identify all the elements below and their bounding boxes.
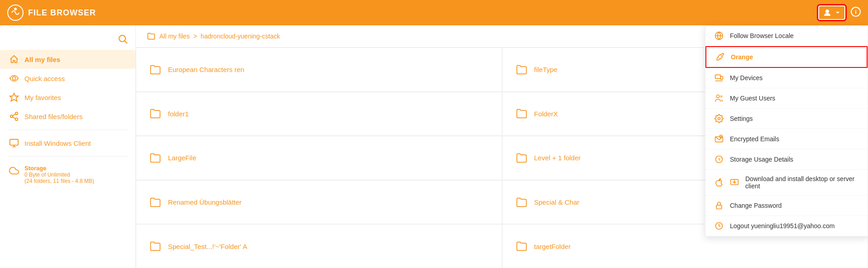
info-button[interactable]: i: [851, 7, 861, 19]
sidebar-label-quick-access: Quick access: [24, 75, 65, 82]
dropdown-item-storage-usage[interactable]: Storage Usage Details: [705, 149, 868, 170]
sidebar-item-install-windows[interactable]: Install Windows Client: [0, 134, 135, 153]
folder-icon: [515, 240, 528, 253]
dropdown-item-follow-browser-locale[interactable]: Follow Browser Locale: [705, 26, 868, 46]
dropdown-item-logout[interactable]: Logout yueningliu19951@yahoo.com: [705, 216, 868, 236]
file-name-9: targetFolder: [534, 243, 571, 250]
file-name-7: Special & Char: [534, 198, 580, 206]
dropdown-item-my-devices[interactable]: My Devices: [705, 68, 868, 88]
dropdown-label-change-password: Change Password: [730, 202, 782, 209]
svg-line-13: [13, 114, 15, 116]
dropdown-item-encrypted-emails[interactable]: Encrypted Emails: [705, 129, 868, 149]
lock-icon: [715, 201, 724, 210]
breadcrumb-separator: >: [193, 33, 197, 40]
file-item-4[interactable]: LargeFile: [136, 136, 502, 180]
apple-icon: [715, 178, 724, 187]
folder-icon: [149, 107, 162, 120]
sidebar-divider: [7, 129, 128, 130]
sidebar-item-all-my-files[interactable]: All my files: [0, 50, 135, 69]
svg-point-10: [10, 115, 13, 118]
dropdown-label-encrypted-emails: Encrypted Emails: [730, 135, 779, 143]
dropdown-label-settings: Settings: [730, 115, 753, 122]
search-icon[interactable]: [118, 34, 128, 44]
svg-point-23: [720, 96, 722, 97]
sidebar-item-quick-access[interactable]: Quick access: [0, 69, 135, 88]
file-name-1: fileType: [534, 66, 558, 73]
settings-icon: [715, 114, 724, 123]
folder-icon: [515, 196, 528, 209]
svg-point-7: [12, 77, 15, 80]
dropdown-label-orange: Orange: [731, 53, 753, 61]
sidebar-divider-2: [7, 156, 128, 157]
storage-details: 0 Byte of Unlimited (24 folders, 11 file…: [24, 172, 94, 184]
storage-icon: [715, 155, 724, 164]
file-item-0[interactable]: European Characters ren: [136, 48, 502, 92]
file-name-3: FolderX: [534, 110, 558, 118]
sidebar-item-shared-files[interactable]: Shared files/folders: [0, 107, 135, 126]
svg-text:i: i: [855, 9, 857, 15]
guest-users-icon: [715, 94, 724, 103]
chevron-down-icon: [834, 10, 841, 16]
dropdown-item-settings[interactable]: Settings: [705, 109, 868, 129]
svg-rect-20: [720, 77, 723, 80]
dropdown-item-orange[interactable]: Orange: [705, 46, 868, 68]
breadcrumb-folder-icon: [147, 32, 156, 41]
sidebar-label-install-windows: Install Windows Client: [24, 139, 91, 147]
sidebar-label-all-my-files: All my files: [24, 56, 60, 63]
svg-rect-19: [715, 75, 721, 78]
sidebar-label-my-favorites: My favorites: [24, 94, 61, 101]
breadcrumb-prefix: All my files: [159, 33, 190, 40]
folder-icon: [515, 107, 528, 120]
sidebar-label-shared-files: Shared files/folders: [24, 113, 82, 120]
svg-rect-26: [720, 135, 722, 138]
download-icon: [730, 178, 739, 187]
breadcrumb-path: hadroncloud-yuening-cstack: [201, 33, 280, 40]
dropdown-item-download-install[interactable]: Download and install desktop or server c…: [705, 170, 868, 196]
user-button[interactable]: [818, 5, 845, 20]
header: FILE BROWSER i: [0, 0, 868, 25]
share-icon: [9, 111, 19, 121]
file-name-2: folder1: [168, 110, 189, 118]
header-right: i: [818, 5, 861, 20]
devices-icon: [715, 73, 724, 82]
file-item-8[interactable]: Special_Test...!'~'Folder' A: [136, 224, 502, 268]
file-name-4: LargeFile: [168, 154, 197, 162]
header-logo: FILE BROWSER: [7, 5, 96, 21]
folder-icon: [515, 63, 528, 76]
file-name-0: European Characters ren: [168, 66, 244, 73]
dropdown-item-my-guest-users[interactable]: My Guest Users: [705, 88, 868, 109]
svg-point-9: [15, 112, 18, 115]
folder-icon: [149, 63, 162, 76]
svg-point-22: [716, 95, 719, 98]
file-item-6[interactable]: Renamed Übungsblätter: [136, 180, 502, 225]
svg-point-11: [15, 118, 18, 121]
svg-line-12: [13, 117, 15, 119]
storage-label: Storage: [24, 165, 94, 172]
sidebar-search-area: [0, 29, 135, 50]
dropdown-label-follow-browser-locale: Follow Browser Locale: [730, 32, 794, 39]
cloud-icon: [9, 166, 19, 176]
sidebar-storage: Storage 0 Byte of Unlimited (24 folders,…: [0, 160, 135, 189]
svg-point-24: [718, 118, 720, 120]
folder-icon: [149, 196, 162, 209]
svg-marker-8: [10, 93, 18, 101]
dropdown-label-logout: Logout yueningliu19951@yahoo.com: [730, 222, 834, 230]
dropdown-item-change-password[interactable]: Change Password: [705, 196, 868, 216]
dropdown-label-my-devices: My Devices: [730, 74, 762, 81]
dropdown-label-download-install: Download and install desktop or server c…: [745, 175, 858, 190]
file-item-2[interactable]: folder1: [136, 92, 502, 136]
sidebar: All my files Quick access My favorites: [0, 25, 136, 268]
svg-point-2: [825, 10, 829, 13]
logo-icon: [7, 5, 24, 21]
sidebar-item-my-favorites[interactable]: My favorites: [0, 88, 135, 107]
dropdown-label-storage-usage: Storage Usage Details: [730, 156, 793, 163]
star-icon: [9, 92, 19, 102]
user-icon: [823, 8, 832, 17]
svg-point-5: [119, 35, 125, 42]
file-name-6: Renamed Übungsblätter: [168, 198, 242, 206]
logout-icon: [715, 221, 724, 230]
header-title: FILE BROWSER: [28, 8, 96, 18]
svg-line-6: [125, 41, 127, 43]
dropdown-label-my-guest-users: My Guest Users: [730, 95, 775, 102]
file-name-8: Special_Test...!'~'Folder' A: [168, 243, 247, 250]
